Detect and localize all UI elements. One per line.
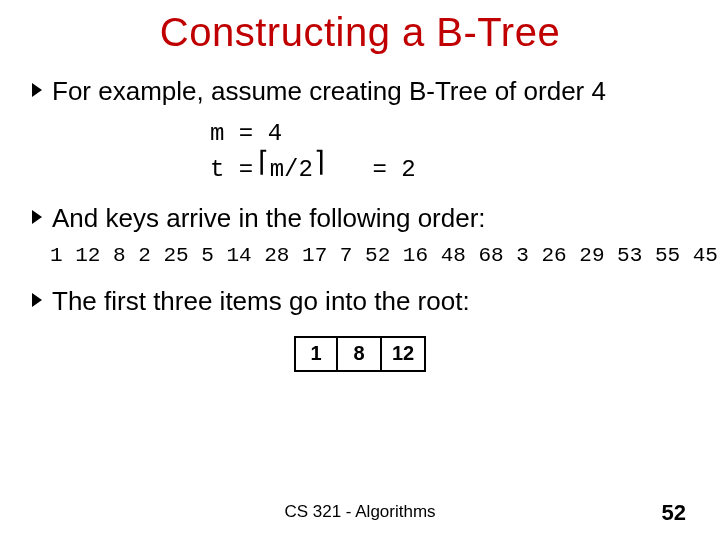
formula-eq: = <box>372 156 386 183</box>
btree-cell: 12 <box>382 336 426 372</box>
footer-page-number: 52 <box>662 500 686 526</box>
btree-cell: 1 <box>294 336 338 372</box>
btree-root: 1 8 12 <box>30 336 690 372</box>
svg-marker-1 <box>32 210 42 224</box>
bullet-1-text: For example, assume creating B-Tree of o… <box>52 75 606 108</box>
ceil-expression: m/2 <box>268 152 315 188</box>
formula-eq: = <box>239 156 253 183</box>
btree-cell: 8 <box>338 336 382 372</box>
bullet-icon <box>30 81 44 99</box>
formula-t-var: t <box>210 156 224 183</box>
footer-course: CS 321 - Algorithms <box>0 502 720 522</box>
formula-m-val: 4 <box>268 120 282 147</box>
formula-block: m = 4 t = m/2 = 2 <box>210 116 690 188</box>
bullet-icon <box>30 208 44 226</box>
formula-t-val: 2 <box>401 156 415 183</box>
bullet-icon <box>30 291 44 309</box>
bullet-3-text: The first three items go into the root: <box>52 285 470 318</box>
bullet-2-text: And keys arrive in the following order: <box>52 202 486 235</box>
key-sequence: 1 12 8 2 25 5 14 28 17 7 52 16 48 68 3 2… <box>50 244 690 267</box>
formula-eq: = <box>239 120 253 147</box>
slide: Constructing a B-Tree For example, assum… <box>0 0 720 540</box>
formula-line-1: m = 4 <box>210 116 690 152</box>
formula-m-var: m <box>210 120 224 147</box>
svg-marker-0 <box>32 83 42 97</box>
bullet-3: The first three items go into the root: <box>30 285 690 318</box>
slide-title: Constructing a B-Tree <box>30 10 690 55</box>
formula-line-2: t = m/2 = 2 <box>210 152 690 188</box>
bullet-1: For example, assume creating B-Tree of o… <box>30 75 690 108</box>
svg-marker-2 <box>32 293 42 307</box>
bullet-2: And keys arrive in the following order: <box>30 202 690 235</box>
